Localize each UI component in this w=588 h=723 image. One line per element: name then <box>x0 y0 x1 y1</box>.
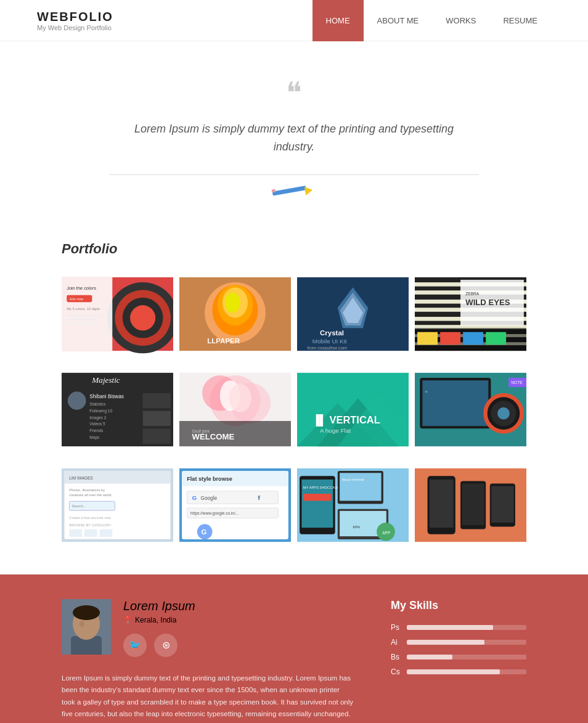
dribbble-icon[interactable]: ⊛ <box>154 634 178 657</box>
svg-text:Photos, Illustrations by: Photos, Illustrations by <box>69 488 105 491</box>
skills-panel: My Skills Ps Ai Bs Cs <box>391 599 526 723</box>
svg-text:from cssauthor.com: from cssauthor.com <box>307 345 346 350</box>
about-profile: Lorem Ipsum 📍 Kerala, India 🐦 ⊛ <box>62 599 354 657</box>
portfolio-item-2[interactable]: LLPAPER <box>179 269 291 359</box>
profile-avatar <box>62 599 111 655</box>
svg-text:Following   10: Following 10 <box>89 409 112 414</box>
svg-point-83 <box>497 407 510 419</box>
skill-row-ai: Ai <box>391 638 526 647</box>
portfolio-item-10[interactable]: Flat style browse G Google f https://www… <box>179 460 291 550</box>
portfolio-item-7[interactable]: ▐▌ VERTICAL A huge Flat <box>297 365 409 454</box>
svg-text:Mobile UI Kit: Mobile UI Kit <box>312 337 347 344</box>
svg-rect-44 <box>417 332 438 345</box>
svg-text:WILD EYES: WILD EYES <box>465 298 510 307</box>
svg-text:G: G <box>192 494 197 500</box>
svg-text:Google: Google <box>201 495 218 500</box>
skill-bar-fill-cs <box>407 669 500 674</box>
svg-rect-2 <box>272 189 276 192</box>
svg-text:Join now: Join now <box>69 296 84 300</box>
svg-text:≡: ≡ <box>425 388 427 394</box>
svg-rect-115 <box>303 494 331 501</box>
logo-title: WEBFOLIO <box>37 10 113 24</box>
svg-rect-130 <box>491 486 513 522</box>
skills-title: My Skills <box>391 599 526 612</box>
portfolio-item-4[interactable]: ZEBRA WILD EYES <box>415 269 526 359</box>
svg-text:Flat style browse: Flat style browse <box>187 476 232 482</box>
svg-text:Shibani Biswas: Shibani Biswas <box>89 394 124 399</box>
skill-label-cs: Cs <box>391 668 402 676</box>
pencil-icon <box>62 181 526 204</box>
portfolio-item-8[interactable]: ≡ NOTE <box>415 365 526 454</box>
skill-row-ps: Ps <box>391 623 526 632</box>
svg-text:LIM IMAGES: LIM IMAGES <box>69 476 93 480</box>
nav-about[interactable]: ABOUT ME <box>364 0 433 41</box>
quote-text: Lorem Ipsum is simply dummy text of the … <box>125 120 463 156</box>
about-bio: Lorem Ipsum is simply dummy text of the … <box>62 672 354 723</box>
divider <box>109 174 479 175</box>
profile-info: Lorem Ipsum 📍 Kerala, India 🐦 ⊛ <box>123 599 195 657</box>
skill-row-cs: Cs <box>391 668 526 676</box>
portfolio-item-9[interactable]: LIM IMAGES Photos, Illustrations by crea… <box>62 460 173 550</box>
svg-rect-96 <box>69 529 82 536</box>
portfolio-item-6[interactable]: Grulf pink WELCOME <box>179 365 291 454</box>
svg-rect-126 <box>430 480 454 528</box>
skill-bar-bg-cs <box>407 669 526 674</box>
svg-text:APP: APP <box>382 530 391 534</box>
header: WEBFOLIO My Web Design Portfolio HOME AB… <box>0 0 588 41</box>
skill-bar-fill-bs <box>407 655 452 660</box>
skill-bar-bg-ai <box>407 640 526 645</box>
portfolio-item-12[interactable] <box>415 460 526 550</box>
svg-rect-59 <box>143 411 171 426</box>
quote-section: ❝ Lorem Ipsum is simply dummy text of th… <box>0 41 588 229</box>
svg-text:About minimal: About minimal <box>341 478 364 481</box>
skill-row-bs: Bs <box>391 653 526 661</box>
svg-point-50 <box>68 391 86 410</box>
svg-rect-47 <box>486 332 506 345</box>
skill-label-ps: Ps <box>391 623 402 632</box>
svg-text:Create a free account now: Create a free account now <box>69 516 111 520</box>
svg-text:Videos      5: Videos 5 <box>89 422 105 426</box>
portfolio-item-11[interactable]: MY APPS SHOCCASE About minimal 60% APP <box>297 460 409 550</box>
svg-point-134 <box>73 605 100 620</box>
logo-subtitle: My Web Design Portfolio <box>37 24 113 31</box>
svg-text:https://www.google.co.in/...: https://www.google.co.in/... <box>190 510 239 515</box>
svg-rect-0 <box>272 186 306 195</box>
quote-icon: ❝ <box>62 78 526 108</box>
svg-text:LLPAPER: LLPAPER <box>207 337 240 344</box>
svg-rect-60 <box>143 428 171 444</box>
nav-works[interactable]: WORKS <box>432 0 489 41</box>
portfolio-item-5[interactable]: Majestic Shibani Biswas Statistics Follo… <box>62 365 173 454</box>
svg-text:60%: 60% <box>353 525 361 529</box>
profile-location: 📍 Kerala, India <box>123 616 195 624</box>
about-left: Lorem Ipsum 📍 Kerala, India 🐦 ⊛ Lorem Ip… <box>62 599 354 723</box>
svg-point-135 <box>80 621 84 627</box>
svg-text:Join the colors: Join the colors <box>67 285 96 291</box>
twitter-icon[interactable]: 🐦 <box>123 634 147 657</box>
svg-text:Images      2: Images 2 <box>89 415 106 420</box>
svg-text:MY APPS SHOCCASE: MY APPS SHOCCASE <box>303 485 340 489</box>
svg-rect-97 <box>84 529 97 536</box>
svg-rect-13 <box>67 315 102 316</box>
portfolio-grid: Join the colors Join now My 5 colors, 10… <box>62 269 526 550</box>
svg-rect-98 <box>100 529 113 536</box>
portfolio-title: Portfolio <box>62 241 526 257</box>
nav-home[interactable]: HOME <box>312 0 364 41</box>
svg-text:Crystal: Crystal <box>320 329 344 337</box>
portfolio-item-1[interactable]: Join the colors Join now My 5 colors, 10… <box>62 269 173 359</box>
skill-bar-bg-bs <box>407 655 526 660</box>
skill-label-ai: Ai <box>391 638 402 647</box>
profile-name: Lorem Ipsum <box>123 599 195 613</box>
svg-text:WELCOME: WELCOME <box>192 432 235 441</box>
nav-resume[interactable]: RESUME <box>489 0 551 41</box>
svg-text:Friends: Friends <box>89 428 104 433</box>
skill-bar-fill-ai <box>407 640 484 645</box>
svg-text:ZEBRA: ZEBRA <box>465 291 480 295</box>
portfolio-item-3[interactable]: Crystal Mobile UI Kit from cssauthor.com <box>297 269 409 359</box>
svg-rect-78 <box>422 380 488 426</box>
svg-text:BROWSE BY CATEGORY: BROWSE BY CATEGORY <box>69 523 111 527</box>
main-nav: HOME ABOUT ME WORKS RESUME <box>312 0 551 41</box>
svg-text:creatives all over the world.: creatives all over the world. <box>69 493 112 497</box>
svg-text:Statistics: Statistics <box>89 402 106 406</box>
svg-rect-46 <box>463 332 483 345</box>
svg-point-7 <box>130 305 155 330</box>
